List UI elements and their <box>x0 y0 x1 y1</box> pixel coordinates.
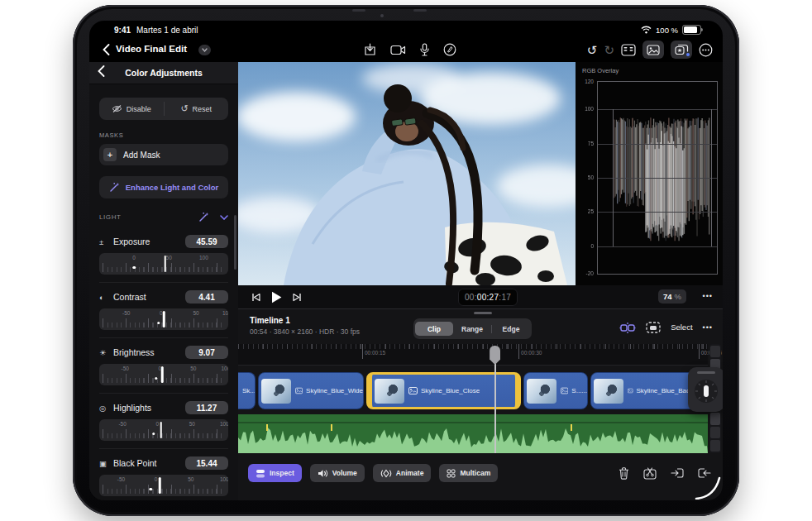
clip-thumbnail <box>527 379 556 404</box>
more-icon[interactable] <box>699 43 713 57</box>
photo-badge-icon <box>295 387 303 394</box>
slider-ruler[interactable]: -50050100 <box>99 308 228 330</box>
panel-back-button[interactable] <box>98 65 105 77</box>
plus-icon: + <box>103 148 117 161</box>
slider-value[interactable]: 4.41 <box>185 290 228 304</box>
inspect-icon <box>256 469 265 478</box>
export-button[interactable] <box>671 41 692 59</box>
slider-thumb[interactable] <box>159 477 161 494</box>
tick-label: 100 <box>220 476 228 482</box>
multicam-button[interactable]: Multicam <box>439 464 498 482</box>
mode-range[interactable]: Range <box>453 322 491 336</box>
slider-ruler[interactable]: 050100 <box>99 253 228 275</box>
photo-badge-icon <box>408 387 418 394</box>
add-mask-button[interactable]: + Add Mask <box>99 144 228 165</box>
slider-name: Exposure <box>113 237 185 246</box>
timecode-display[interactable]: 00:00:27:17 <box>458 289 518 306</box>
project-title[interactable]: Video Final Edit <box>116 44 187 54</box>
brightness-slider: ☀ Brightness 9.07 -50050100 <box>99 337 228 393</box>
viewer-more-icon[interactable]: ••• <box>703 292 713 300</box>
undo-icon[interactable]: ↺ <box>587 44 598 56</box>
pencil-icon[interactable] <box>443 43 456 56</box>
clip[interactable]: Skyline_Blue_Wide <box>258 372 364 409</box>
clip-selected[interactable]: Skyline_Blue_Close <box>366 372 521 409</box>
clip-thumbnail <box>375 379 404 404</box>
status-bar: 9:41 Martes 1 de abril 100 % <box>89 21 723 37</box>
tick-label: 50 <box>166 255 172 260</box>
tick-label: 50 <box>189 421 195 427</box>
volume-button[interactable]: Volume <box>310 464 365 482</box>
slider-value[interactable]: 15.44 <box>185 456 228 470</box>
jog-wheel[interactable] <box>688 367 723 412</box>
camera-icon[interactable] <box>390 45 406 55</box>
timeline-more-icon[interactable]: ••• <box>703 323 713 332</box>
ruler-timestamp: 00:00:15 <box>362 350 385 356</box>
disable-button[interactable]: Disable <box>99 98 164 120</box>
rgb-overlay-scope: RGB Overlay 1201007550250-20 <box>576 62 723 285</box>
select-label[interactable]: Select <box>671 323 692 332</box>
reset-button[interactable]: ↺ Reset <box>165 98 229 120</box>
scope-gridline <box>598 212 717 213</box>
mode-edge[interactable]: Edge <box>492 322 530 336</box>
back-button[interactable] <box>98 41 114 58</box>
clip[interactable]: Sk...... <box>238 372 256 409</box>
previous-frame-icon[interactable] <box>251 293 260 302</box>
collapse-chevron-icon[interactable] <box>220 215 228 220</box>
jog-drag-handle[interactable] <box>697 371 715 374</box>
slider-icon: ☀ <box>99 348 112 357</box>
auto-enhance-icon[interactable] <box>198 212 209 222</box>
tick-label: 0 <box>155 421 159 427</box>
battery-percent: 100 % <box>656 26 678 35</box>
audio-track[interactable] <box>238 414 708 453</box>
slider-name: Contrast <box>113 292 185 302</box>
import-icon[interactable] <box>364 43 376 56</box>
tick-label: -50 <box>121 366 128 371</box>
next-frame-icon[interactable] <box>293 293 302 302</box>
light-section-label: LIGHT <box>99 213 198 221</box>
ruler-timestamp: 00:00:30 <box>518 350 542 356</box>
slider-name: Brightness <box>113 347 185 357</box>
tick-label: 0 <box>155 476 158 482</box>
slider-value[interactable]: 45.59 <box>185 235 228 248</box>
scope-gridline <box>598 109 717 110</box>
enhance-light-color-button[interactable]: Enhance Light and Color <box>99 176 228 198</box>
viewer-zoom-level[interactable]: 74% <box>658 289 686 304</box>
play-button[interactable] <box>271 291 282 304</box>
select-mode-icon[interactable] <box>646 322 661 333</box>
mic-icon[interactable] <box>420 43 429 56</box>
project-title-chevron[interactable] <box>198 45 211 55</box>
mode-clip[interactable]: Clip <box>415 322 453 336</box>
slider-icon: ◎ <box>99 404 112 413</box>
slider-thumb[interactable] <box>163 311 165 327</box>
reset-icon: ↺ <box>180 103 188 114</box>
slider-value[interactable]: 11.27 <box>185 401 228 414</box>
clip[interactable]: S...... <box>523 372 588 409</box>
inspect-button[interactable]: Inspect <box>248 464 302 482</box>
media-browser-button[interactable] <box>642 41 664 59</box>
jog-dial-icon[interactable] <box>692 377 720 405</box>
slider-value[interactable]: 9.07 <box>185 346 228 359</box>
insert-clip-icon[interactable] <box>671 467 684 479</box>
ipad-device-frame: 9:41 Martes 1 de abril 100 % Video Final… <box>73 5 739 516</box>
timeline-ruler[interactable]: 00:00:15 00:00:30 00:00:45 <box>238 344 708 366</box>
slider-origin-dot <box>132 266 136 270</box>
slider-thumb[interactable] <box>160 422 163 438</box>
slider-ruler[interactable]: -50050100 <box>99 475 228 496</box>
browser-toggle-icon[interactable] <box>621 44 636 56</box>
eye-off-icon <box>112 105 122 112</box>
disable-reset-group: Disable ↺ Reset <box>99 98 228 120</box>
slider-ruler[interactable]: -50050100 <box>99 364 228 385</box>
sidebar-scrollbar[interactable] <box>234 215 236 270</box>
edit-mode-segmented-control: Clip Range Edge <box>413 318 532 339</box>
redo-icon[interactable]: ↻ <box>604 44 614 56</box>
trash-icon[interactable] <box>619 467 629 480</box>
slider-ruler[interactable]: -50050100 <box>99 419 228 441</box>
clip-thumbnail <box>261 379 291 404</box>
viewer[interactable] <box>238 62 576 285</box>
animate-button[interactable]: Animate <box>373 464 432 482</box>
photo-badge-icon <box>561 387 568 394</box>
cut-clip-icon[interactable] <box>643 467 657 480</box>
slider-thumb[interactable] <box>161 366 164 383</box>
wifi-icon <box>641 26 652 34</box>
magnetic-timeline-icon[interactable] <box>619 322 636 333</box>
